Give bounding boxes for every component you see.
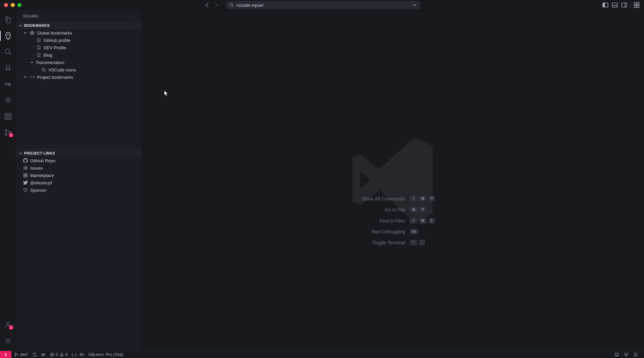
tree-item-github-profile[interactable]: GitHub profile	[16, 37, 141, 44]
svg-rect-18	[5, 117, 7, 119]
toggle-primary-sidebar-button[interactable]	[602, 2, 609, 8]
shortcut-start-debugging: Start Debugging F5	[345, 229, 440, 234]
account-badge: 1	[9, 325, 13, 330]
minimize-window-button[interactable]	[11, 3, 15, 7]
link-twitter[interactable]: @eliostruyf	[16, 179, 141, 186]
close-window-button[interactable]	[4, 3, 8, 7]
titlebar: vscode-squarl	[0, 0, 644, 10]
svg-rect-9	[634, 5, 636, 7]
toggle-secondary-sidebar-button[interactable]	[621, 2, 628, 8]
svg-point-28	[25, 167, 26, 169]
shortcut-toggle-terminal: Toggle Terminal ⌃ `	[345, 240, 440, 245]
link-label: Sponsor	[30, 188, 46, 193]
svg-rect-19	[9, 117, 11, 119]
section-bookmarks[interactable]: BOOKMARKS	[16, 22, 141, 29]
section-project-links-label: PROJECT LINKS	[24, 151, 55, 155]
shortcut-show-all-commands: Show All Commands ⇧ ⌘ P	[345, 196, 440, 201]
link-marketplace[interactable]: Marketplace	[16, 172, 141, 179]
bookmark-icon	[36, 38, 42, 43]
svg-point-41	[627, 353, 628, 354]
tree-subgroup-documentation[interactable]: Documenation	[16, 59, 141, 66]
activity-fm[interactable]: FM	[0, 77, 16, 91]
nav-forward-button[interactable]	[212, 1, 220, 9]
gitlens-status[interactable]: GitLens+ Pro (Trial)	[88, 352, 123, 357]
link-issues[interactable]: Issues	[16, 164, 141, 172]
nav-back-button[interactable]	[204, 1, 211, 9]
tree-group-project[interactable]: Project bookmarks	[16, 73, 141, 81]
notifications-button[interactable]	[633, 352, 638, 357]
tree-label: GitHub profile	[44, 38, 70, 43]
link-label: @eliostruyf	[30, 180, 52, 185]
svg-point-36	[42, 353, 43, 355]
issues-icon	[23, 165, 28, 171]
link-label: Marketplace	[30, 173, 54, 178]
twitter-icon	[23, 180, 28, 185]
tree-item-vscode-icons[interactable]: VSCode icons	[16, 66, 141, 73]
toggle-panel-button[interactable]	[611, 2, 618, 8]
svg-rect-5	[622, 3, 627, 7]
feedback-button[interactable]	[614, 352, 619, 357]
link-github-repo[interactable]: GitHub Repo	[16, 157, 141, 164]
svg-text:FM: FM	[5, 82, 11, 87]
chevron-down-icon	[18, 23, 23, 28]
chevron-down-icon	[18, 151, 23, 156]
link-label: Issues	[30, 166, 43, 171]
activity-explorer[interactable]	[0, 13, 16, 27]
live-share-status[interactable]	[41, 352, 46, 357]
welcome-shortcuts: Show All Commands ⇧ ⌘ P Go to File ⌘ P F…	[345, 196, 440, 245]
customize-layout-button[interactable]	[633, 2, 640, 8]
window-controls	[4, 3, 21, 7]
link-label: GitHub Repo	[30, 158, 55, 163]
svg-point-13	[5, 49, 10, 54]
code-icon	[30, 74, 35, 80]
tree-label: DEV Profile	[44, 45, 66, 50]
svg-rect-17	[5, 113, 7, 116]
svg-rect-10	[637, 5, 639, 7]
mouse-cursor	[164, 91, 168, 97]
bookmark-icon	[36, 52, 42, 58]
tree-group-global[interactable]: Global bookmarks	[16, 29, 141, 37]
maximize-window-button[interactable]	[17, 3, 21, 7]
command-center-search[interactable]: vscode-squarl	[226, 1, 420, 9]
shortcut-find-in-files: Find in Files ⇧ ⌘ F	[345, 218, 440, 224]
activity-settings[interactable]	[0, 334, 16, 348]
svg-point-42	[626, 355, 627, 356]
shortcut-go-to-file: Go to File ⌘ P	[345, 207, 440, 213]
svg-rect-32	[26, 174, 27, 175]
tree-item-dev-profile[interactable]: DEV Profile	[16, 44, 141, 51]
activity-bar: FM 1 1	[0, 10, 16, 351]
svg-point-12	[9, 35, 9, 35]
prettier-button[interactable]	[624, 352, 629, 357]
remote-button[interactable]	[0, 351, 11, 358]
activity-debug[interactable]	[0, 93, 16, 107]
svg-point-33	[15, 353, 16, 354]
activity-source-control[interactable]: 1	[0, 125, 16, 139]
chevron-down-icon	[30, 60, 34, 65]
svg-point-22	[5, 134, 7, 135]
sync-status[interactable]	[32, 352, 37, 357]
svg-rect-7	[634, 3, 636, 5]
globe-icon	[30, 30, 35, 36]
tree-label: Documenation	[36, 60, 64, 65]
svg-point-21	[5, 130, 7, 131]
svg-point-37	[44, 353, 45, 355]
svg-rect-30	[24, 176, 25, 177]
problems-status[interactable]: 0 0	[50, 352, 67, 357]
activity-accounts[interactable]: 1	[0, 318, 16, 332]
activity-octopus[interactable]	[0, 61, 16, 75]
svg-point-25	[7, 340, 9, 342]
svg-point-34	[15, 355, 16, 356]
tree-label: Blog	[44, 53, 52, 58]
sidebar-title: SQUARL ···	[16, 10, 141, 22]
sidebar-more-button[interactable]: ···	[129, 14, 134, 18]
activity-search[interactable]	[0, 45, 16, 59]
branch-status[interactable]: dev*	[14, 352, 28, 357]
heart-icon	[23, 187, 28, 193]
activity-squarl[interactable]	[0, 29, 16, 43]
activity-extensions[interactable]	[0, 109, 16, 123]
section-project-links[interactable]: PROJECT LINKS	[16, 150, 141, 157]
scm-badge: 1	[9, 133, 13, 137]
bracket-status[interactable]: {..} : 81	[71, 352, 84, 357]
tree-item-blog[interactable]: Blog	[16, 51, 141, 59]
link-sponsor[interactable]: Sponsor	[16, 186, 141, 194]
